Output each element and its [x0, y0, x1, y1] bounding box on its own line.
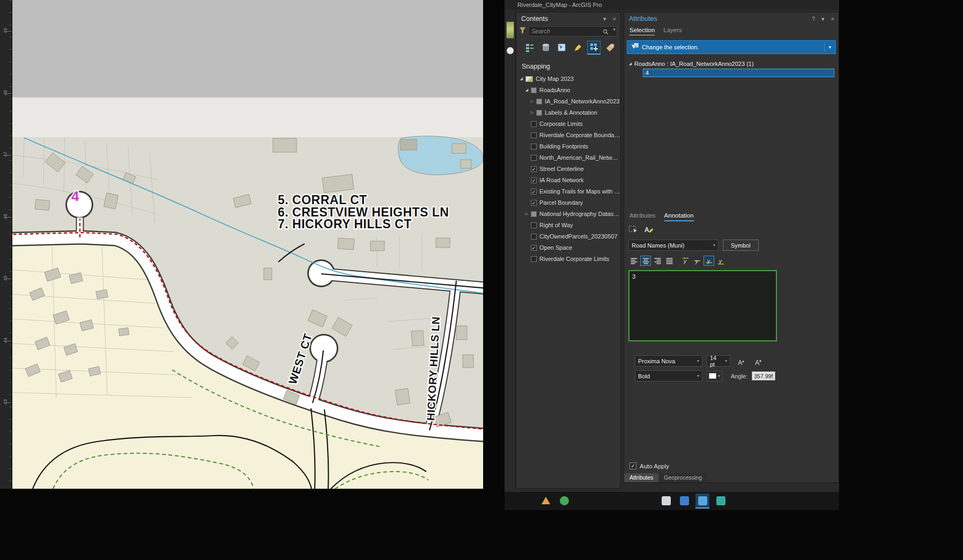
- expander-closed-icon[interactable]: ▷: [529, 110, 535, 115]
- layer-row[interactable]: ✓Parcel Boundary: [516, 197, 620, 208]
- arcgis-pro-taskbar-icon[interactable]: [695, 494, 709, 509]
- app-teal-icon[interactable]: [714, 494, 728, 509]
- layer-row[interactable]: ✓IA Road Network: [516, 175, 620, 186]
- app-blue-icon[interactable]: [677, 494, 691, 509]
- layer-checkbox[interactable]: [536, 110, 542, 116]
- layer-checkbox[interactable]: [531, 222, 537, 228]
- increase-font-size-button[interactable]: A▴: [735, 356, 747, 367]
- app-window-icon[interactable]: [659, 494, 673, 509]
- layer-row[interactable]: ▷Labels & Annotation: [516, 107, 620, 118]
- selection-tree-item-selected[interactable]: 4: [643, 69, 834, 77]
- auto-apply-checkbox[interactable]: ✓: [629, 462, 636, 469]
- layer-row[interactable]: Riverdale Corporate Boundary (...: [516, 130, 620, 141]
- vert-center-icon[interactable]: y: [692, 256, 702, 266]
- layer-row[interactable]: Riverdale Corporate Limits: [516, 253, 620, 265]
- list-by-selection-icon[interactable]: [555, 41, 568, 55]
- annotation-class-dropdown[interactable]: Road Names (Muni) ▾: [628, 240, 718, 251]
- expander-open-icon[interactable]: ◢: [524, 88, 530, 92]
- list-by-snapping-icon[interactable]: [587, 41, 601, 55]
- change-selection-button[interactable]: Change the selection. ▾: [627, 40, 836, 54]
- layer-checkbox[interactable]: [531, 87, 537, 93]
- layer-label: Parcel Boundary: [539, 199, 583, 206]
- list-by-editing-icon[interactable]: [571, 41, 584, 55]
- chevron-down-icon[interactable]: ▾: [602, 16, 608, 23]
- tab-selection[interactable]: Selection: [629, 27, 655, 35]
- decrease-font-size-button[interactable]: A▾: [752, 356, 765, 367]
- layer-checkbox[interactable]: [531, 144, 537, 150]
- layer-row[interactable]: CityOwnedParcels_20230507: [516, 231, 620, 242]
- layer-row[interactable]: ✓Street Centerline: [516, 163, 620, 175]
- layer-checkbox[interactable]: [531, 155, 537, 161]
- vert-top-icon[interactable]: y: [680, 256, 691, 266]
- angle-input[interactable]: [752, 371, 775, 380]
- bottom-tab-attributes[interactable]: Attributes: [624, 473, 658, 482]
- annotation-text-editor[interactable]: 3: [628, 270, 777, 341]
- help-icon[interactable]: ?: [811, 16, 816, 22]
- layer-checkbox[interactable]: [531, 234, 537, 240]
- font-size-dropdown[interactable]: 14 pt ▾: [707, 355, 730, 367]
- list-by-drawing-order-icon[interactable]: [523, 41, 536, 55]
- map-view[interactable]: 5. CORRAL CT 6. CRESTVIEW HEIGHTS LN 7. …: [12, 0, 483, 489]
- layer-checkbox[interactable]: [531, 121, 537, 127]
- record-icon[interactable]: [557, 494, 571, 509]
- bottom-tab-geoprocessing[interactable]: Geoprocessing: [658, 473, 707, 482]
- warning-icon[interactable]: [539, 494, 553, 509]
- vert-baseline-icon[interactable]: y: [703, 256, 714, 266]
- window-titlebar[interactable]: Riverdale_CityMap - ArcGIS Pro: [505, 0, 839, 10]
- chevron-down-icon[interactable]: ▾: [820, 16, 826, 23]
- map-thumbnail-icon[interactable]: [525, 76, 533, 82]
- tab-layers[interactable]: Layers: [663, 27, 682, 35]
- layer-checkbox[interactable]: [536, 99, 542, 104]
- layer-row[interactable]: ◢City Map 2023: [516, 73, 620, 85]
- map-thumbnail[interactable]: [506, 21, 514, 39]
- align-left-icon[interactable]: [628, 256, 639, 266]
- layer-checkbox[interactable]: ✓: [531, 245, 537, 251]
- edit-annotation-icon[interactable]: A: [644, 225, 654, 236]
- compass-icon[interactable]: [507, 47, 514, 54]
- layer-row[interactable]: ▷IA_Road_NetworkAnno2023: [516, 96, 620, 107]
- align-center-icon[interactable]: [640, 256, 651, 266]
- list-by-data-source-icon[interactable]: [539, 41, 552, 55]
- vert-bottom-icon[interactable]: y: [715, 256, 726, 266]
- layer-checkbox[interactable]: ✓: [531, 166, 537, 172]
- chevron-down-icon[interactable]: ▾: [613, 27, 616, 32]
- layer-checkbox[interactable]: [531, 211, 537, 217]
- expander-closed-icon[interactable]: ▷: [524, 212, 530, 216]
- layer-row[interactable]: Building Footprints: [516, 141, 620, 152]
- layer-row[interactable]: North_American_Rail_Network_...: [516, 152, 620, 163]
- layer-checkbox[interactable]: ✓: [531, 200, 537, 206]
- search-icon[interactable]: [603, 27, 609, 37]
- subtab-attributes[interactable]: Attributes: [629, 212, 656, 221]
- list-by-labeling-icon[interactable]: [603, 41, 617, 55]
- layer-checkbox[interactable]: [531, 132, 537, 138]
- layer-row[interactable]: ✓Open Space: [516, 242, 620, 253]
- layer-row[interactable]: ✓Existing Trails for Maps with Ro...: [516, 186, 620, 197]
- chevron-down-icon[interactable]: ▾: [824, 42, 833, 52]
- expander-open-icon[interactable]: ◢: [518, 77, 524, 81]
- expander-open-icon[interactable]: ◢: [627, 62, 633, 66]
- map-layout-view[interactable]: 5. CORRAL CT 6. CRESTVIEW HEIGHTS LN 7. …: [12, 0, 483, 489]
- filter-icon[interactable]: [519, 26, 526, 36]
- close-icon[interactable]: ×: [830, 16, 835, 22]
- font-style-dropdown[interactable]: Bold ▾: [635, 370, 702, 382]
- layer-row[interactable]: ◢RoadsAnno: [516, 85, 620, 96]
- layer-checkbox[interactable]: [531, 256, 537, 262]
- subtab-annotation[interactable]: Annotation: [664, 212, 694, 221]
- expander-closed-icon[interactable]: ▷: [529, 99, 535, 103]
- select-graphics-icon[interactable]: [628, 225, 639, 236]
- selected-annotation-4[interactable]: 4: [71, 188, 79, 204]
- layer-row[interactable]: Corporate Limits: [516, 118, 620, 130]
- close-icon[interactable]: ×: [612, 16, 617, 22]
- align-right-icon[interactable]: [652, 256, 663, 266]
- layer-row[interactable]: ▷National Hydrography Dataset...: [516, 208, 620, 220]
- map-annotation-hickory-hills-ct[interactable]: 7. HICKORY HILLS CT: [278, 217, 412, 231]
- align-justify-icon[interactable]: [664, 256, 675, 266]
- layer-label: Street Centerline: [539, 166, 584, 172]
- selection-tree-parent[interactable]: ◢ RoadsAnno : IA_Road_NetworkAnno2023 (1…: [627, 59, 836, 68]
- layer-checkbox[interactable]: ✓: [531, 177, 537, 183]
- layer-checkbox[interactable]: ✓: [531, 189, 537, 195]
- layer-row[interactable]: Right of Way: [516, 220, 620, 231]
- text-color-picker[interactable]: ▾: [707, 371, 722, 382]
- symbol-button[interactable]: Symbol: [723, 240, 759, 251]
- font-family-dropdown[interactable]: Proxima Nova ▾: [635, 355, 702, 367]
